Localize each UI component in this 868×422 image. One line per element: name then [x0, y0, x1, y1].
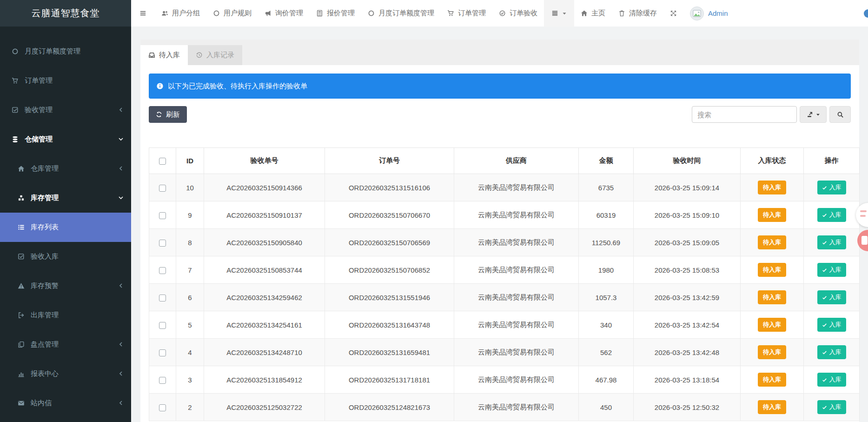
list-icon: [18, 224, 25, 231]
nav-item-quote-mgmt[interactable]: 报价管理: [310, 0, 361, 27]
inbox-icon: [148, 52, 155, 59]
table-row: 10 AC20260325150914366 ORD20260325131516…: [149, 174, 860, 201]
sidebar-toggle-button[interactable]: [131, 0, 155, 27]
sidebar-item-acceptance-inbound[interactable]: 验收入库: [0, 242, 131, 271]
row-checkbox[interactable]: [159, 212, 166, 219]
sidebar-item-order-mgmt[interactable]: 订单管理: [0, 66, 131, 95]
inbound-button[interactable]: 入库: [817, 400, 846, 414]
tab-pending-inbound[interactable]: 待入库: [140, 45, 188, 65]
users-icon: [161, 10, 168, 17]
search-button[interactable]: [829, 106, 851, 123]
inbound-button[interactable]: 入库: [817, 318, 846, 332]
inbound-button[interactable]: 入库: [817, 263, 846, 277]
table-row: 9 AC20260325150910137 ORD202603251507066…: [149, 201, 860, 229]
top-navbar: 云膳通智慧食堂 用户分组 用户规则 询价管理 报价管理 月度订单额度管理 订单管…: [0, 0, 868, 27]
nav-item-order-mgmt[interactable]: 订单管理: [441, 0, 492, 27]
table-header-row: ID 验收单号 订单号 供应商 金额 验收时间 入库状态 操作: [149, 148, 860, 174]
cell-id: 3: [176, 366, 204, 394]
home-icon: [581, 10, 588, 17]
search-input[interactable]: [692, 106, 797, 123]
sidebar-item-outbound-mgmt[interactable]: 出库管理: [0, 301, 131, 330]
export-icon: [807, 111, 814, 118]
cell-status: 待入库: [741, 366, 804, 394]
cell-acceptance-time: 2026-03-25 15:09:05: [634, 229, 741, 256]
sidebar-item-label: 仓储管理: [25, 135, 53, 144]
row-select-cell: [149, 229, 176, 256]
image-placeholder-icon: [692, 9, 702, 18]
nav-menu-dropdown-toggle[interactable]: [544, 0, 574, 27]
inbound-button[interactable]: 入库: [817, 373, 846, 387]
row-checkbox[interactable]: [159, 322, 166, 329]
row-checkbox[interactable]: [159, 349, 166, 356]
sidebar-item-label: 库存管理: [31, 194, 59, 202]
sidebar-item-stocktake-mgmt[interactable]: 盘点管理: [0, 330, 131, 359]
sidebar-item-acceptance-mgmt[interactable]: 验收管理: [0, 95, 131, 125]
inbound-button[interactable]: 入库: [817, 208, 846, 222]
cell-order-no: ORD20260325124821673: [325, 394, 454, 421]
fullscreen-button[interactable]: [663, 0, 683, 27]
chevron-left-icon: [118, 106, 124, 114]
list-menu-icon: [551, 10, 558, 17]
row-checkbox[interactable]: [159, 240, 166, 247]
nav-item-label: 月度订单额度管理: [378, 9, 434, 18]
nav-item-home[interactable]: 主页: [574, 0, 612, 27]
table-row: 2 AC20260325125032722 ORD202603251248216…: [149, 394, 860, 421]
row-select-cell: [149, 174, 176, 201]
row-checkbox[interactable]: [159, 404, 166, 411]
row-checkbox[interactable]: [159, 377, 166, 384]
sidebar-item-label: 盘点管理: [31, 340, 59, 349]
cell-amount: 450: [579, 394, 634, 421]
expand-arrows-icon: [670, 10, 677, 17]
sidebar-item-inventory-mgmt[interactable]: 库存管理: [0, 183, 131, 213]
cell-amount: 340: [579, 311, 634, 339]
cell-order-no: ORD20260325131718181: [325, 366, 454, 394]
cell-acceptance-no: AC20260325150853744: [204, 256, 325, 284]
row-checkbox[interactable]: [159, 267, 166, 274]
status-badge: 待入库: [758, 318, 786, 332]
nav-item-monthly-quota-mgmt[interactable]: 月度订单额度管理: [361, 0, 441, 27]
row-checkbox[interactable]: [159, 185, 166, 192]
nav-item-inquiry-mgmt[interactable]: 询价管理: [258, 0, 310, 27]
inbound-button[interactable]: 入库: [817, 181, 846, 194]
nav-item-user-groups[interactable]: 用户分组: [155, 0, 206, 27]
tab-label: 待入库: [159, 51, 180, 60]
sidebar-item-monthly-quota-mgmt[interactable]: 月度订单额度管理: [0, 37, 131, 66]
cell-acceptance-no: AC20260325134254161: [204, 311, 325, 339]
cell-status: 待入库: [741, 394, 804, 421]
column-header-inbound-status: 入库状态: [741, 148, 804, 174]
export-button[interactable]: [800, 106, 827, 123]
user-menu[interactable]: Admin: [683, 0, 735, 27]
refresh-button[interactable]: 刷新: [149, 106, 187, 123]
row-checkbox[interactable]: [159, 295, 166, 301]
caret-down-icon: [816, 113, 820, 117]
cell-amount: 60319: [579, 201, 634, 229]
chevron-left-icon: [118, 282, 124, 290]
nav-item-order-acceptance[interactable]: 订单验收: [492, 0, 544, 27]
cell-id: 4: [176, 339, 204, 366]
cell-supplier: 云南美品湾贸易有限公司: [454, 201, 579, 229]
inbound-button[interactable]: 入库: [817, 235, 846, 249]
select-all-checkbox[interactable]: [159, 158, 166, 165]
cell-action: 入库: [804, 339, 860, 366]
sidebar-item-inventory-list[interactable]: 库存列表: [0, 213, 131, 242]
sidebar-item-warehouse-mgmt[interactable]: 仓储管理: [0, 125, 131, 154]
inbound-button[interactable]: 入库: [817, 345, 846, 359]
nav-item-label: 用户规则: [224, 9, 252, 18]
nav-item-user-rules[interactable]: 用户规则: [206, 0, 258, 27]
inbound-button-label: 入库: [829, 348, 841, 356]
inbound-button[interactable]: 入库: [817, 290, 846, 304]
sidebar-item-site-mail[interactable]: 站内信: [0, 389, 131, 418]
check-square-icon: [12, 107, 19, 114]
sidebar-item-report-center[interactable]: 报表中心: [0, 359, 131, 389]
cell-acceptance-time: 2026-03-25 13:42:48: [634, 339, 741, 366]
status-badge: 待入库: [758, 400, 786, 414]
sidebar-item-depot-mgmt[interactable]: 仓库管理: [0, 154, 131, 183]
column-header-supplier: 供应商: [454, 148, 579, 174]
tab-inbound-records[interactable]: 入库记录: [188, 45, 242, 65]
info-circle-icon: [156, 82, 164, 90]
nav-item-clear-cache[interactable]: 清除缓存: [612, 0, 663, 27]
status-badge: 待入库: [758, 373, 786, 387]
cell-status: 待入库: [741, 201, 804, 229]
sidebar-item-inventory-alert[interactable]: 库存预警: [0, 271, 131, 301]
status-badge: 待入库: [758, 208, 786, 222]
